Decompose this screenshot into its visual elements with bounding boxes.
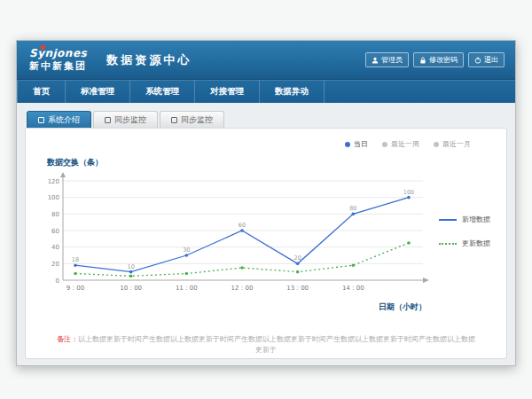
app-window: Synjones 新中新集团 数据资源中心 管理员 修改密码 退出 xyxy=(16,40,516,366)
tab-label: 系统介绍 xyxy=(48,114,80,126)
svg-text:10：00: 10：00 xyxy=(120,285,142,292)
nav-item-connect-mgmt[interactable]: 对接管理 xyxy=(195,81,260,103)
tab-label: 同步监控 xyxy=(181,114,213,126)
svg-text:11：00: 11：00 xyxy=(176,285,198,292)
svg-text:80: 80 xyxy=(51,211,59,218)
svg-text:120: 120 xyxy=(48,178,59,185)
footnote: 备注：以上数据更新于时间产生数据以上数据更新于时间产生数据以上数据更新于时间产生… xyxy=(36,334,496,355)
series-swatch-0 xyxy=(439,219,457,221)
main-nav: 首页 标准管理 系统管理 对接管理 数据异动 xyxy=(17,80,515,103)
dot-icon xyxy=(382,142,387,147)
chart-row: 0204060801001209：0010：0011：0012：0013：001… xyxy=(36,170,496,305)
svg-text:100: 100 xyxy=(403,189,414,196)
filter-last-week[interactable]: 最近一周 xyxy=(382,139,419,149)
svg-text:9：00: 9：00 xyxy=(66,285,84,292)
tab-bar: 系统介绍 同步监控 同步监控 xyxy=(25,111,507,128)
svg-text:13：00: 13：00 xyxy=(286,285,309,292)
filter-label: 当日 xyxy=(354,139,368,149)
svg-text:80: 80 xyxy=(349,205,356,212)
content-area: 系统介绍 同步监控 同步监控 当日 最近一周 xyxy=(17,103,515,367)
nav-item-standard-mgmt[interactable]: 标准管理 xyxy=(66,81,130,103)
svg-text:12：00: 12：00 xyxy=(231,285,254,292)
footnote-label: 备注： xyxy=(57,335,78,343)
dot-icon xyxy=(345,142,350,147)
svg-text:60: 60 xyxy=(51,228,59,235)
filter-last-month[interactable]: 最近一月 xyxy=(434,139,471,149)
top-actions: 管理员 修改密码 退出 xyxy=(365,52,505,67)
series-legend: 新增数据 更新数据 xyxy=(439,215,490,248)
user-icon xyxy=(372,57,379,64)
top-bar: Synjones 新中新集团 数据资源中心 管理员 修改密码 退出 xyxy=(17,41,515,80)
dot-icon xyxy=(434,142,439,147)
svg-text:0: 0 xyxy=(56,278,59,285)
company-logo: Synjones 新中新集团 xyxy=(29,48,87,71)
power-icon xyxy=(474,57,481,64)
y-axis-title: 数据交换（条） xyxy=(47,157,496,168)
filter-label: 最近一周 xyxy=(391,139,419,149)
admin-user-button[interactable]: 管理员 xyxy=(365,52,409,67)
x-axis-title: 日期（小时） xyxy=(36,301,426,313)
footnote-text: 以上数据更新于时间产生数据以上数据更新于时间产生数据以上数据更新于时间产生数据以… xyxy=(78,335,475,354)
series-label: 新增数据 xyxy=(462,215,490,224)
legend-item-updated-data[interactable]: 更新数据 xyxy=(439,239,490,248)
tab-sync-monitor-2[interactable]: 同步监控 xyxy=(160,111,224,128)
nav-item-home[interactable]: 首页 xyxy=(17,81,66,103)
series-label: 更新数据 xyxy=(462,239,490,248)
logo-text-cn: 新中新集团 xyxy=(29,61,87,72)
tab-sync-monitor-1[interactable]: 同步监控 xyxy=(93,111,158,128)
grid-icon xyxy=(38,117,44,123)
grid-icon xyxy=(171,117,177,123)
change-password-label: 修改密码 xyxy=(429,55,458,65)
grid-icon xyxy=(105,117,111,123)
svg-text:18: 18 xyxy=(72,256,79,263)
admin-user-label: 管理员 xyxy=(381,55,403,65)
tab-label: 同步监控 xyxy=(114,114,146,126)
nav-item-system-mgmt[interactable]: 系统管理 xyxy=(130,81,195,103)
series-swatch-1 xyxy=(439,243,457,245)
change-password-button[interactable]: 修改密码 xyxy=(413,52,464,67)
logout-label: 退出 xyxy=(484,55,498,65)
range-filter-legend: 当日 最近一周 最近一月 xyxy=(36,139,496,149)
page-title: 数据资源中心 xyxy=(106,52,192,68)
svg-text:20: 20 xyxy=(51,261,59,268)
svg-text:20: 20 xyxy=(294,254,301,262)
filter-today[interactable]: 当日 xyxy=(345,139,368,149)
svg-text:14：00: 14：00 xyxy=(342,285,364,292)
chart-panel: 当日 最近一周 最近一月 数据交换（条） 0204060801001209：00… xyxy=(25,128,507,359)
line-chart: 0204060801001209：0010：0011：0012：0013：001… xyxy=(36,170,432,305)
lock-icon xyxy=(419,57,426,64)
tab-system-intro[interactable]: 系统介绍 xyxy=(27,111,91,128)
svg-text:60: 60 xyxy=(239,222,246,229)
logo-text-en: Synjones xyxy=(29,48,87,59)
filter-label: 最近一月 xyxy=(442,139,471,149)
svg-text:40: 40 xyxy=(51,244,59,251)
svg-text:100: 100 xyxy=(48,194,59,201)
legend-item-new-data[interactable]: 新增数据 xyxy=(439,215,490,224)
logout-button[interactable]: 退出 xyxy=(468,52,505,67)
svg-text:30: 30 xyxy=(183,246,190,254)
svg-text:10: 10 xyxy=(128,263,135,270)
nav-item-data-change[interactable]: 数据异动 xyxy=(260,81,325,103)
